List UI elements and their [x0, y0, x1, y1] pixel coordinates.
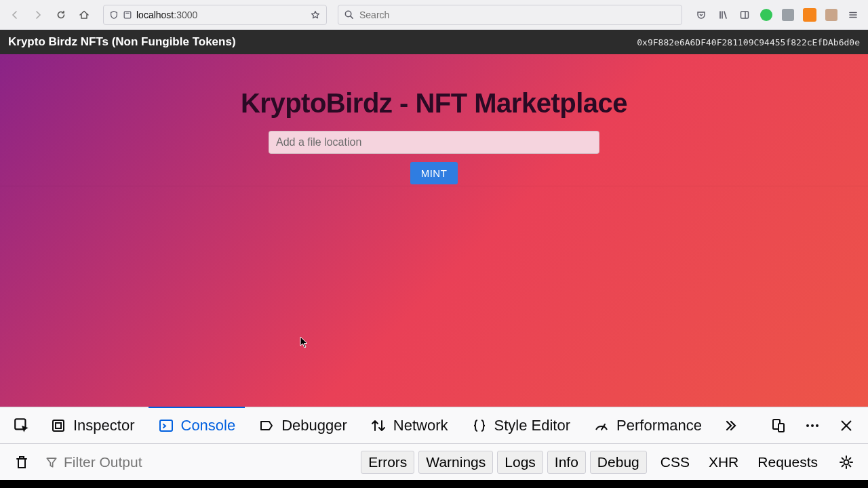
toolbar-right	[692, 5, 863, 24]
tab-style-editor[interactable]: Style Editor	[462, 407, 580, 444]
bookmark-star-icon[interactable]	[310, 9, 321, 20]
extension-metamask-icon[interactable]	[800, 5, 819, 24]
tab-overflow-icon[interactable]	[715, 411, 745, 441]
url-bar[interactable]: localhost:3000	[103, 5, 327, 25]
page-heading: KryptoBirdz - NFT Marketplace	[241, 88, 627, 119]
file-location-input[interactable]	[269, 131, 599, 154]
performance-icon	[593, 418, 610, 434]
console-icon	[158, 418, 174, 434]
browser-toolbar: localhost:3000	[0, 0, 868, 30]
svg-point-11	[816, 424, 818, 427]
content-area: KryptoBirdz - NFT Marketplace MINT	[0, 54, 868, 407]
svg-rect-5	[56, 423, 61, 428]
log-level-group: Errors Warnings Logs Info Debug	[361, 451, 647, 474]
window-bottom-strip	[0, 480, 868, 488]
responsive-mode-icon[interactable]	[764, 411, 793, 441]
reload-button[interactable]	[52, 5, 71, 24]
marketplace-panel: KryptoBirdz - NFT Marketplace MINT	[0, 54, 868, 407]
forward-button[interactable]	[28, 5, 47, 24]
console-filter[interactable]	[45, 454, 330, 470]
back-button[interactable]	[5, 5, 24, 24]
tab-debugger[interactable]: Debugger	[249, 407, 357, 444]
extension-green-icon[interactable]	[757, 5, 776, 24]
wallet-address: 0x9F882e6A6DF40F281109C94455f822cEfDAb6d…	[637, 37, 860, 47]
devtools-meatball-icon[interactable]	[797, 411, 827, 441]
svg-point-12	[844, 460, 849, 464]
search-input[interactable]	[359, 9, 676, 20]
level-info[interactable]: Info	[547, 451, 586, 474]
app-navbar: Krypto Birdz NFTs (Non Fungible Tokens) …	[0, 30, 868, 54]
tab-performance[interactable]: Performance	[584, 407, 711, 444]
svg-point-9	[806, 424, 809, 427]
search-icon	[344, 9, 354, 20]
url-text: localhost:3000	[136, 9, 197, 20]
extension-generic-icon[interactable]	[778, 5, 797, 24]
devtools-close-icon[interactable]	[831, 411, 861, 441]
level-debug[interactable]: Debug	[590, 451, 647, 474]
pocket-icon[interactable]	[692, 5, 711, 24]
toggle-css[interactable]: CSS	[655, 454, 695, 470]
svg-rect-4	[53, 420, 64, 431]
devtools-tabstrip: Inspector Console Debugger Network Style…	[0, 407, 868, 444]
clear-console-icon[interactable]	[7, 447, 37, 477]
svg-rect-6	[160, 420, 172, 431]
console-toolbar: Errors Warnings Logs Info Debug CSS XHR …	[0, 444, 868, 480]
console-settings-icon[interactable]	[831, 447, 861, 477]
svg-rect-8	[778, 424, 784, 432]
level-warnings[interactable]: Warnings	[418, 451, 493, 474]
pick-element-icon[interactable]	[7, 411, 37, 441]
svg-rect-0	[124, 12, 131, 18]
page-info-icon	[123, 10, 132, 20]
level-logs[interactable]: Logs	[497, 451, 543, 474]
tab-console[interactable]: Console	[149, 407, 245, 443]
network-icon	[370, 418, 387, 434]
inspector-icon	[50, 418, 66, 434]
style-editor-icon	[471, 418, 488, 434]
level-errors[interactable]: Errors	[361, 451, 414, 474]
search-bar[interactable]	[338, 5, 682, 25]
filter-icon	[45, 455, 58, 469]
sidebar-icon[interactable]	[735, 5, 754, 24]
console-filter-input[interactable]	[64, 454, 281, 470]
svg-rect-2	[741, 12, 749, 18]
svg-point-10	[811, 424, 814, 427]
home-button[interactable]	[75, 5, 94, 24]
library-icon[interactable]	[713, 5, 732, 24]
menu-button[interactable]	[844, 5, 863, 24]
app-title: Krypto Birdz NFTs (Non Fungible Tokens)	[8, 35, 236, 49]
debugger-icon	[258, 418, 275, 434]
toggle-xhr[interactable]: XHR	[703, 454, 744, 470]
shield-icon	[109, 10, 119, 20]
cursor-icon	[300, 336, 308, 348]
mint-button[interactable]: MINT	[410, 162, 458, 184]
tab-network[interactable]: Network	[361, 407, 458, 444]
devtools-panel: Inspector Console Debugger Network Style…	[0, 407, 868, 480]
extension-ganache-icon[interactable]	[822, 5, 841, 24]
tab-inspector[interactable]: Inspector	[41, 407, 144, 444]
toggle-requests[interactable]: Requests	[752, 454, 823, 470]
